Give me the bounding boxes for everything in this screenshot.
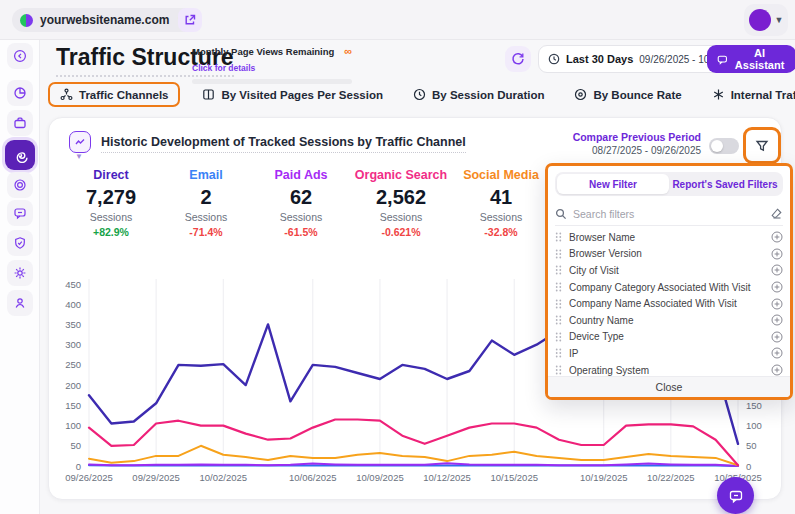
chart-badge-icon [69,131,91,153]
tab-bounce-rate[interactable]: By Bounce Rate [566,83,689,106]
stat-label: Paid Ads [246,168,356,182]
ai-chat-icon [717,53,728,66]
sidebar-item-privacy[interactable] [7,230,33,256]
drag-handle-icon [555,249,562,259]
filter-search [555,202,783,226]
filter-item-label: Browser Name [569,232,764,243]
sidebar-item-workspace[interactable] [7,110,33,136]
add-filter-icon[interactable] [771,281,783,293]
stat-value: 2 [151,186,261,209]
stat-email[interactable]: Email2Sessions-71.4% [151,168,261,238]
gear-icon [13,266,27,280]
stat-direct[interactable]: Direct7,279Sessions+82.9% [56,168,166,238]
tab-traffic-channels[interactable]: Traffic Channels [48,82,180,107]
stat-paid-ads[interactable]: Paid Ads62Sessions-61.5% [246,168,356,238]
compare-range: 08/27/2025 - 09/26/2025 [531,145,701,156]
drag-handle-icon [555,265,562,275]
stat-label: Social Media [446,168,556,182]
svg-text:250: 250 [65,359,81,370]
compare-toggle[interactable] [709,138,739,154]
report-tabs: Traffic Channels By Visited Pages Per Se… [48,82,795,107]
tab-new-filter[interactable]: New Filter [557,174,669,194]
filter-close-button[interactable]: Close [548,376,790,397]
funnel-icon [755,139,769,153]
drag-handle-icon [555,348,562,358]
filter-item[interactable]: Company Name Associated With Visit [555,295,783,312]
sidebar-item-messages[interactable] [7,200,33,226]
refresh-button[interactable] [505,46,531,72]
svg-text:09/26/2025: 09/26/2025 [65,472,113,483]
tab-visited-pages-per-session[interactable]: By Visited Pages Per Session [194,83,391,106]
toggle-knob [711,140,723,152]
infinity-icon: ∞ [344,45,352,57]
stat-label: Email [151,168,261,182]
eraser-icon[interactable] [770,207,783,220]
add-filter-icon[interactable] [771,347,783,359]
filter-item[interactable]: IP [555,345,783,362]
ai-assistant-button[interactable]: AI Assistant [707,45,795,73]
add-filter-icon[interactable] [771,231,783,243]
tab-saved-filters[interactable]: Report's Saved Filters [669,174,781,194]
filter-panel: New Filter Report's Saved Filters Browse… [545,163,793,400]
support-chat-fab[interactable] [717,477,754,514]
filter-item-label: Browser Version [569,248,764,259]
svg-text:350: 350 [65,319,81,330]
svg-text:0: 0 [76,461,81,472]
drag-handle-icon [555,315,562,325]
stat-value: 2,562 [346,186,456,209]
filter-item-label: Operating System [569,365,764,376]
stat-unit: Sessions [246,211,356,223]
svg-text:100: 100 [746,420,762,431]
add-filter-icon[interactable] [771,248,783,260]
svg-text:300: 300 [65,339,81,350]
sidebar-item-settings[interactable] [7,260,33,286]
add-filter-icon[interactable] [771,298,783,310]
avatar [749,9,771,31]
chat-icon [13,206,27,220]
chevron-down-icon: ▼ [75,152,83,161]
date-range-label: Last 30 Days [566,53,633,65]
drag-handle-icon [555,282,562,292]
filter-item-label: IP [569,348,764,359]
user-menu[interactable]: ▼ [744,4,788,36]
filter-item-label: Company Category Associated With Visit [569,282,764,293]
svg-text:10/02/2025: 10/02/2025 [200,472,248,483]
filter-item[interactable]: Browser Version [555,246,783,263]
svg-text:09/29/2025: 09/29/2025 [132,472,180,483]
tab-internal-traffic[interactable]: Internal Traffic [704,83,795,106]
filter-item[interactable]: Country Name [555,312,783,329]
svg-text:150: 150 [746,400,762,411]
sidebar-item-traffic[interactable] [5,140,35,170]
sidebar-item-goals[interactable] [7,172,33,198]
sidebar-collapse-button[interactable] [7,43,33,69]
sidebar-item-dashboard[interactable] [7,80,33,106]
stat-label: Direct [56,168,166,182]
filter-item[interactable]: Device Type [555,329,783,346]
filter-button[interactable] [743,127,781,164]
svg-text:10/12/2025: 10/12/2025 [423,472,471,483]
quota-widget: Monthly Page Views Remaining ∞ Click for… [192,45,352,84]
svg-text:10/06/2025: 10/06/2025 [289,472,337,483]
tab-session-duration[interactable]: By Session Duration [405,83,552,106]
filter-search-input[interactable] [573,208,764,220]
stat-unit: Sessions [151,211,261,223]
add-filter-icon[interactable] [771,264,783,276]
filter-item[interactable]: City of Visit [555,262,783,279]
website-selector[interactable]: yourwebsitename.com ▼ [12,8,197,32]
add-filter-icon[interactable] [771,314,783,326]
drag-handle-icon [555,299,562,309]
svg-text:200: 200 [65,380,81,391]
stat-organic-search[interactable]: Organic Search2,562Sessions-0.621% [346,168,456,238]
add-filter-icon[interactable] [771,364,783,376]
stat-social-media[interactable]: Social Media41Sessions-32.8% [446,168,556,238]
open-website-button[interactable] [178,8,202,32]
pages-icon [202,88,215,101]
filter-item[interactable]: Browser Name [555,229,783,246]
network-icon [60,88,73,101]
stat-delta: -32.8% [446,226,556,238]
quota-details-link[interactable]: Click for details [192,63,255,73]
filter-item[interactable]: Company Category Associated With Visit [555,279,783,296]
add-filter-icon[interactable] [771,331,783,343]
sidebar-item-account[interactable] [7,290,33,316]
svg-text:10/09/2025: 10/09/2025 [356,472,404,483]
